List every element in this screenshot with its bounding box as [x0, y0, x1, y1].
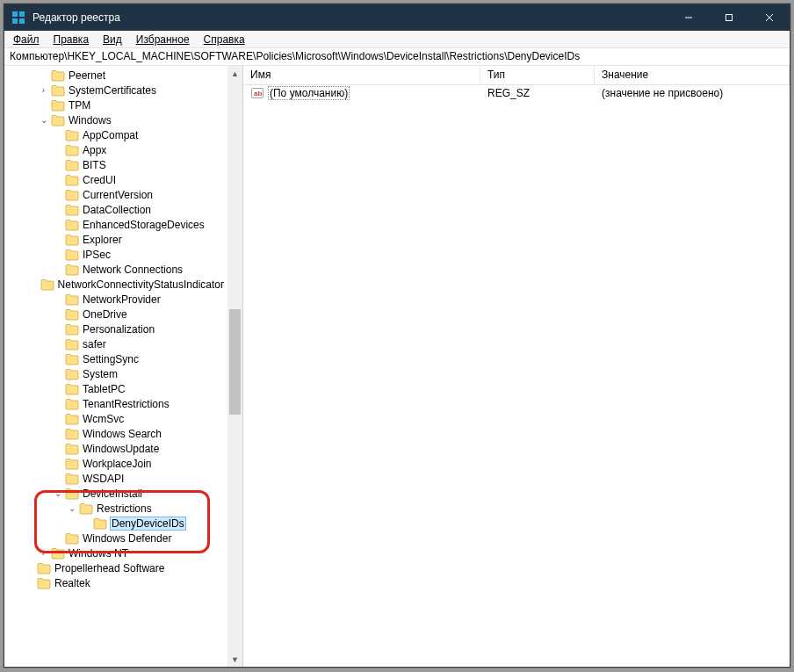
tree-item[interactable]: ⌄Restrictions [4, 501, 227, 516]
tree-item[interactable]: Propellerhead Software [4, 560, 227, 575]
menu-view[interactable]: Вид [96, 32, 129, 47]
tree-item-label: DataCollection [83, 204, 151, 216]
tree-item[interactable]: BITS [4, 157, 227, 172]
folder-icon [40, 278, 54, 291]
folder-icon [65, 443, 79, 455]
col-header-type[interactable]: Тип [480, 66, 595, 84]
tree-item[interactable]: EnhancedStorageDevices [4, 217, 227, 232]
tree-item-label: WSDAPI [83, 473, 124, 485]
tree-item[interactable]: OneDrive [4, 307, 227, 322]
tree-item[interactable]: TenantRestrictions [4, 396, 227, 411]
col-header-name[interactable]: Имя [243, 66, 480, 84]
tree-item[interactable]: WSDAPI [4, 471, 227, 486]
scroll-track[interactable] [227, 81, 242, 652]
tree-item-label: DeviceInstall [83, 488, 142, 500]
tree-item[interactable]: Peernet [4, 68, 227, 83]
tree-item[interactable]: safer [4, 336, 227, 351]
tree-item-label: Explorer [83, 234, 122, 246]
tree-item-label: WorkplaceJoin [83, 458, 151, 470]
tree-item-label: SystemCertificates [69, 84, 156, 97]
tree-item[interactable]: Appx [4, 142, 227, 157]
chevron-right-icon [52, 532, 63, 544]
folder-icon [51, 99, 65, 112]
chevron-right-icon [52, 144, 63, 155]
tree-item[interactable]: WcmSvc [4, 411, 227, 426]
tree-item-label: safer [83, 338, 106, 350]
tree-item[interactable]: ⌄DeviceInstall [4, 486, 227, 501]
chevron-down-icon[interactable]: ⌄ [38, 114, 49, 126]
scroll-down-icon[interactable]: ▼ [227, 652, 242, 667]
tree-item[interactable]: Network Connections [4, 262, 227, 277]
menu-edit[interactable]: Правка [47, 32, 97, 47]
chevron-right-icon [80, 517, 91, 529]
chevron-right-icon[interactable]: › [38, 84, 49, 96]
folder-icon [65, 204, 79, 216]
tree-item[interactable]: Windows Defender [4, 531, 227, 546]
folder-icon [65, 368, 79, 380]
chevron-right-icon[interactable] [24, 577, 35, 589]
tree-item[interactable]: CredUI [4, 172, 227, 187]
chevron-right-icon [52, 398, 63, 409]
tree-item[interactable]: DenyDeviceIDs [4, 516, 227, 531]
chevron-right-icon [52, 219, 63, 230]
tree-scrollbar[interactable]: ▲ ▼ [227, 66, 242, 667]
svg-rect-1 [19, 11, 25, 17]
tree-item[interactable]: Realtek [4, 575, 227, 590]
tree-item-label: AppCompat [83, 129, 138, 141]
chevron-right-icon [52, 368, 63, 379]
tree-item[interactable]: TabletPC [4, 381, 227, 396]
tree-item[interactable]: System [4, 366, 227, 381]
tree-item-label: IPSec [83, 249, 111, 261]
value-row[interactable]: ab(По умолчанию)REG_SZ(значение не присв… [243, 85, 790, 101]
chevron-right-icon [52, 353, 63, 365]
tree-item[interactable]: ›SystemCertificates [4, 83, 227, 98]
tree-item[interactable]: IPSec [4, 247, 227, 262]
minimize-button[interactable] [668, 4, 709, 31]
tree-view[interactable]: Peernet›SystemCertificatesTPM⌄WindowsApp… [4, 66, 227, 667]
tree-item-label: NetworkProvider [83, 293, 161, 306]
tree-item-label: CurrentVersion [83, 189, 153, 201]
address-bar[interactable]: Компьютер\HKEY_LOCAL_MACHINE\SOFTWARE\Po… [4, 48, 790, 66]
menu-favorites[interactable]: Избранное [129, 32, 197, 47]
menu-bar: Файл Правка Вид Избранное Справка [4, 31, 790, 48]
tree-item[interactable]: DataCollection [4, 202, 227, 217]
close-button[interactable] [749, 4, 790, 31]
scroll-up-icon[interactable]: ▲ [227, 66, 242, 81]
chevron-right-icon [52, 234, 63, 245]
chevron-right-icon [52, 129, 63, 141]
titlebar[interactable]: Редактор реестра [4, 4, 790, 31]
tree-item[interactable]: NetworkProvider [4, 292, 227, 307]
tree-item-label: Propellerhead Software [54, 562, 164, 574]
tree-item[interactable]: WorkplaceJoin [4, 456, 227, 471]
tree-item[interactable]: ›Windows NT [4, 546, 227, 560]
tree-item-label: Network Connections [83, 264, 183, 276]
menu-file[interactable]: Файл [6, 32, 47, 47]
menu-help[interactable]: Справка [197, 32, 252, 47]
tree-item-label: SettingSync [83, 353, 139, 365]
string-value-icon: ab [250, 86, 264, 100]
tree-item[interactable]: ⌄Windows [4, 112, 227, 127]
tree-item[interactable]: AppCompat [4, 127, 227, 142]
folder-icon [51, 84, 65, 97]
tree-item[interactable]: CurrentVersion [4, 187, 227, 202]
tree-item[interactable]: WindowsUpdate [4, 441, 227, 456]
tree-item[interactable]: NetworkConnectivityStatusIndicator [4, 277, 227, 292]
tree-item[interactable]: SettingSync [4, 351, 227, 366]
chevron-right-icon [52, 308, 63, 320]
col-header-data[interactable]: Значение [595, 66, 790, 84]
tree-item[interactable]: Personalization [4, 322, 227, 336]
maximize-button[interactable] [709, 4, 749, 31]
tree-item[interactable]: TPM [4, 98, 227, 112]
tree-item[interactable]: Windows Search [4, 426, 227, 441]
folder-icon [51, 547, 65, 560]
chevron-down-icon[interactable]: ⌄ [66, 502, 77, 514]
tree-item-label: Realtek [54, 577, 90, 589]
chevron-right-icon[interactable]: › [38, 547, 49, 559]
chevron-right-icon [38, 69, 49, 81]
chevron-right-icon [52, 413, 63, 424]
chevron-right-icon [32, 278, 38, 290]
chevron-right-icon [24, 562, 35, 574]
tree-item[interactable]: Explorer [4, 232, 227, 247]
chevron-down-icon[interactable]: ⌄ [52, 488, 63, 499]
scroll-thumb[interactable] [229, 309, 241, 415]
